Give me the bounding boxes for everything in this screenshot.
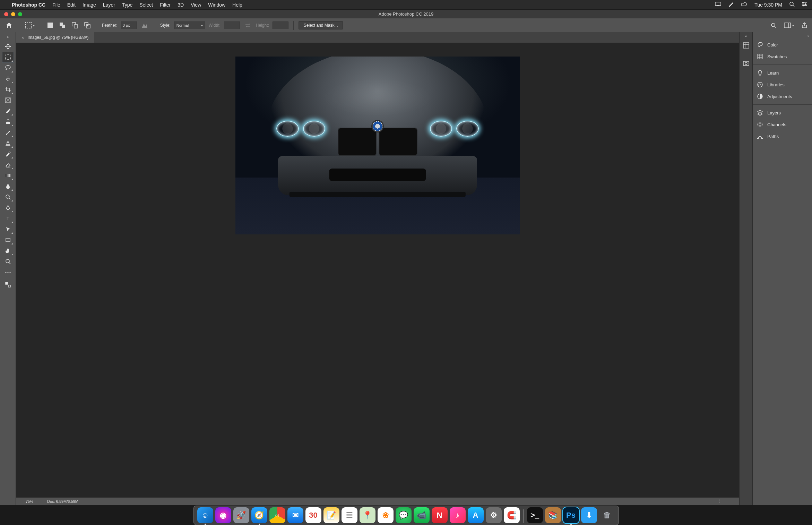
menu-help[interactable]: Help [232, 2, 242, 8]
dock-maps[interactable]: 📍 [360, 507, 375, 523]
selection-mode-intersect[interactable] [83, 21, 92, 30]
blur-tool[interactable] [2, 181, 14, 191]
status-doc-size[interactable]: Doc: 6.59M/6.59M [47, 499, 78, 504]
zoom-tool[interactable] [2, 256, 14, 267]
feather-input[interactable]: 0 px [121, 21, 137, 29]
minimize-window-button[interactable] [11, 12, 15, 16]
history-brush-tool[interactable] [2, 149, 14, 159]
dock-news[interactable]: N [432, 507, 448, 523]
dock-launchpad[interactable]: 🚀 [233, 507, 249, 523]
lasso-tool[interactable] [2, 63, 14, 73]
rectangular-marquee-tool[interactable] [2, 52, 14, 62]
canvas[interactable] [235, 57, 520, 234]
menu-file[interactable]: File [52, 2, 60, 8]
dock-facetime[interactable]: 📹 [414, 507, 430, 523]
dock-finder[interactable]: ☺ [197, 507, 213, 523]
panel-learn[interactable]: Learn [753, 67, 812, 79]
menu-image[interactable]: Image [83, 2, 96, 8]
share-icon[interactable] [801, 22, 808, 29]
history-panel-icon[interactable] [742, 42, 750, 49]
search-icon[interactable] [770, 22, 777, 29]
dock-mail[interactable]: ✉ [287, 507, 303, 523]
selection-mode-subtract[interactable] [70, 21, 79, 30]
dock-reminders[interactable]: ☰ [342, 507, 357, 523]
spotlight-icon[interactable] [789, 1, 795, 8]
dock-books[interactable]: 📚 [545, 507, 561, 523]
menu-layer[interactable]: Layer [103, 2, 115, 8]
airplay-icon[interactable] [715, 2, 721, 8]
menu-window[interactable]: Window [208, 2, 225, 8]
menu-type[interactable]: Type [122, 2, 132, 8]
menu-edit[interactable]: Edit [67, 2, 76, 8]
spot-healing-brush-tool[interactable] [2, 117, 14, 127]
menu-view[interactable]: View [191, 2, 201, 8]
dock-safari[interactable]: 🧭 [251, 507, 267, 523]
type-tool[interactable]: T [2, 213, 14, 224]
dock-photos[interactable]: ❀ [378, 507, 394, 523]
edit-toolbar-button[interactable] [2, 279, 14, 290]
control-center-icon[interactable] [802, 2, 807, 8]
panel-adjustments[interactable]: Adjustments [753, 91, 812, 102]
panel-layers[interactable]: Layers [753, 107, 812, 119]
menu-select[interactable]: Select [139, 2, 153, 8]
dock-calendar[interactable]: 30 [305, 507, 321, 523]
close-tab-icon[interactable]: × [21, 35, 24, 40]
panel-color[interactable]: Color [753, 39, 812, 51]
properties-panel-icon[interactable] [742, 60, 750, 67]
eyedropper-tool[interactable] [2, 106, 14, 116]
dock-chrome[interactable]: ○ [269, 507, 285, 523]
dock-messages[interactable]: 💬 [396, 507, 412, 523]
canvas-viewport[interactable] [16, 43, 739, 497]
gradient-tool[interactable] [2, 170, 14, 181]
eraser-tool[interactable] [2, 160, 14, 170]
selection-mode-new[interactable] [46, 21, 54, 29]
document-tab[interactable]: × Images_56.jpg @ 75% (RGB/8#) [16, 32, 94, 43]
dock-notes[interactable]: 📝 [323, 507, 339, 523]
dock-terminal[interactable]: >_ [527, 507, 543, 523]
menu-3d[interactable]: 3D [178, 2, 184, 8]
creative-cloud-icon[interactable] [741, 2, 748, 8]
collapse-rail-icon[interactable]: « [745, 34, 747, 38]
menubar-clock[interactable]: Tue 9:30 PM [754, 2, 782, 8]
zoom-window-button[interactable] [18, 12, 22, 16]
panel-swatches[interactable]: Swatches [753, 51, 812, 62]
dock-photoshop[interactable]: Ps [563, 507, 579, 523]
pen-tool[interactable] [2, 203, 14, 213]
home-button[interactable] [4, 21, 14, 30]
dock-siri[interactable]: ◉ [215, 507, 231, 523]
expand-toolbar-icon[interactable]: » [7, 34, 9, 41]
rectangle-tool[interactable] [2, 235, 14, 245]
brush-tool[interactable] [2, 127, 14, 138]
panel-paths[interactable]: Paths [753, 130, 812, 142]
dock-music[interactable]: ♪ [450, 507, 466, 523]
tool-preset-picker[interactable] [24, 21, 36, 30]
path-selection-tool[interactable] [2, 224, 14, 234]
crop-tool[interactable] [2, 84, 14, 95]
frame-tool[interactable] [2, 95, 14, 105]
move-tool[interactable] [2, 41, 14, 52]
dock-downloads[interactable]: ⬇ [581, 507, 597, 523]
select-and-mask-button[interactable]: Select and Mask... [299, 21, 343, 29]
collapse-panels-icon[interactable]: » [804, 34, 812, 39]
dock-preferences[interactable]: ⚙ [486, 507, 502, 523]
workspace-switcher[interactable] [783, 21, 795, 29]
panel-channels[interactable]: Channels [753, 119, 812, 130]
dock-magnet[interactable]: 🧲 [504, 507, 520, 523]
anti-alias-toggle[interactable] [140, 21, 150, 29]
panel-libraries[interactable]: Libraries [753, 79, 812, 91]
status-zoom[interactable]: 75% [26, 499, 33, 504]
style-select[interactable]: Normal [174, 21, 205, 29]
hand-tool[interactable] [2, 246, 14, 256]
status-menu-chevron-icon[interactable]: 〉 [719, 499, 723, 504]
more-tools-button[interactable] [2, 267, 14, 278]
selection-mode-add[interactable] [58, 21, 67, 30]
ink-icon[interactable] [728, 1, 734, 8]
dodge-tool[interactable] [2, 192, 14, 202]
quick-selection-tool[interactable] [2, 74, 14, 84]
dock-trash[interactable]: 🗑 [599, 507, 615, 523]
app-name[interactable]: Photoshop CC [12, 2, 45, 8]
close-window-button[interactable] [4, 12, 8, 16]
dock-appstore[interactable]: A [468, 507, 484, 523]
clone-stamp-tool[interactable] [2, 138, 14, 148]
menu-filter[interactable]: Filter [160, 2, 171, 8]
